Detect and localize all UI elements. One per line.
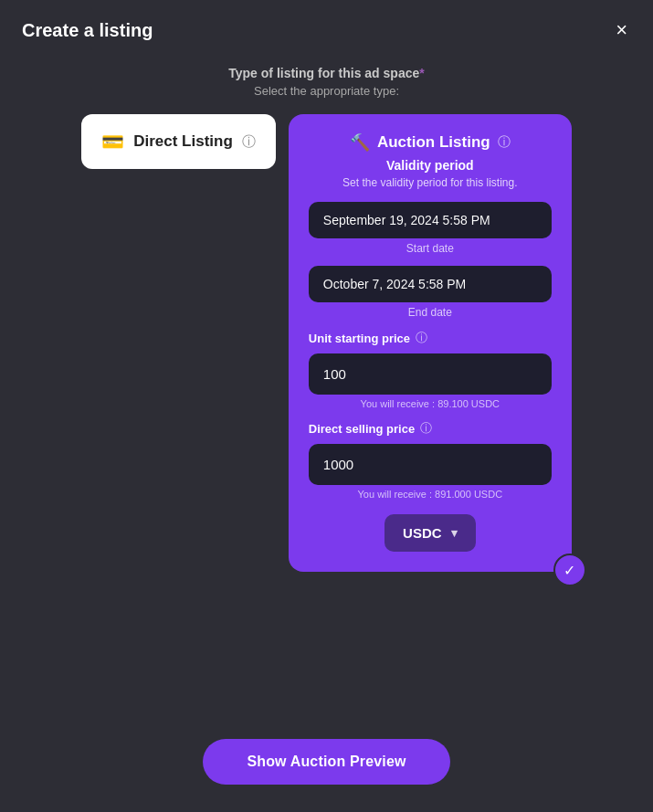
footer: Show Auction Preview	[0, 717, 653, 812]
end-date-input[interactable]	[309, 266, 552, 302]
validity-title: Validity period	[386, 158, 474, 173]
unit-price-label: Unit starting price	[309, 332, 410, 345]
modal-title: Create a listing	[22, 20, 153, 41]
verified-badge: ✓	[553, 554, 586, 586]
unit-price-label-row: Unit starting price ⓘ	[309, 330, 427, 346]
chevron-down-icon: ▾	[451, 526, 458, 540]
direct-listing-icon: 💳	[101, 131, 124, 153]
direct-price-label: Direct selling price	[309, 422, 415, 436]
show-auction-preview-button[interactable]: Show Auction Preview	[203, 739, 449, 785]
start-date-input[interactable]	[309, 202, 552, 238]
verified-icon: ✓	[563, 562, 575, 579]
unit-price-info-icon[interactable]: ⓘ	[416, 330, 427, 346]
direct-listing-card[interactable]: 💳 Direct Listing ⓘ	[81, 114, 276, 169]
auction-info-icon[interactable]: ⓘ	[498, 134, 511, 151]
end-date-label: End date	[408, 306, 452, 319]
main-content: Type of listing for this ad space* Selec…	[0, 57, 653, 717]
direct-price-input[interactable]	[309, 444, 552, 485]
unit-price-input[interactable]	[309, 353, 552, 395]
close-button[interactable]: ×	[612, 16, 631, 44]
start-date-label: Start date	[406, 242, 454, 255]
auction-icon: 🔨	[350, 132, 370, 153]
section-sublabel: Select the appropriate type:	[254, 84, 399, 98]
section-label: Type of listing for this ad space*	[228, 66, 424, 80]
listing-type-selector: 💳 Direct Listing ⓘ 🔨 Auction Listing ⓘ V…	[27, 114, 626, 572]
direct-price-receive-text: You will receive : 891.000 USDC	[358, 489, 503, 500]
direct-price-label-row: Direct selling price ⓘ	[309, 420, 432, 437]
auction-title: Auction Listing	[377, 133, 490, 152]
unit-price-receive-text: You will receive : 89.100 USDC	[361, 398, 500, 409]
direct-listing-label: Direct Listing	[133, 132, 233, 151]
direct-price-info-icon[interactable]: ⓘ	[420, 420, 432, 437]
validity-subtitle: Set the validity period for this listing…	[342, 176, 517, 189]
auction-listing-card[interactable]: 🔨 Auction Listing ⓘ Validity period Set …	[289, 114, 572, 572]
auction-header: 🔨 Auction Listing ⓘ	[350, 132, 511, 153]
direct-listing-info-icon[interactable]: ⓘ	[242, 133, 256, 151]
currency-label: USDC	[403, 525, 442, 541]
modal-header: Create a listing ×	[0, 0, 653, 57]
currency-selector[interactable]: USDC ▾	[384, 514, 476, 552]
